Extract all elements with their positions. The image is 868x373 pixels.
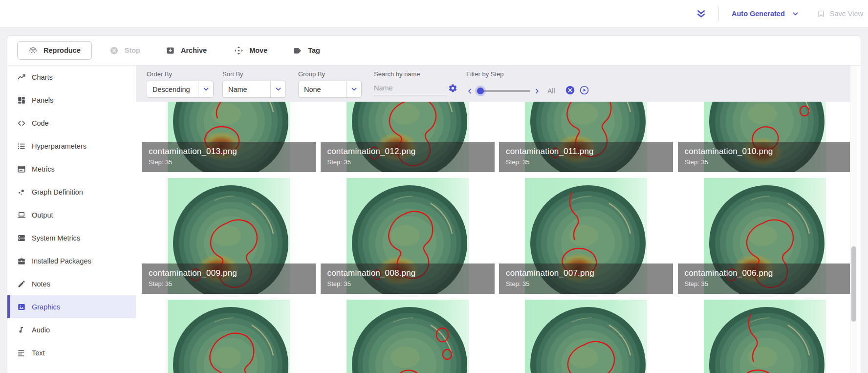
card-footer: contamination_007.pngStep: 35: [499, 263, 673, 294]
gallery-card[interactable]: [499, 300, 673, 373]
gallery-card[interactable]: [142, 300, 316, 373]
step-controls: All: [466, 85, 589, 97]
chevron-down-icon: [792, 10, 799, 18]
petri-dish-image: [347, 300, 469, 373]
sidebar-item-system-metrics[interactable]: System Metrics: [7, 226, 136, 249]
sort-by-value: Name: [223, 86, 270, 93]
image-thumbnail[interactable]: [168, 300, 290, 373]
reproduce-button[interactable]: Reproduce: [17, 41, 92, 60]
search-input[interactable]: [374, 83, 446, 95]
sort-by-label: Sort By: [222, 70, 243, 78]
sidebar-item-hyperparameters[interactable]: Hyperparameters: [7, 134, 136, 157]
sidebar-item-label: Charts: [32, 73, 53, 81]
page-background: ReproduceStopArchiveMoveTag ChartsPanels…: [0, 28, 868, 373]
group-by-select[interactable]: None: [298, 81, 362, 98]
pencil-icon: [17, 280, 26, 288]
save-view-label: Save View: [830, 10, 863, 18]
image-name: contamination_009.png: [149, 268, 316, 279]
image-step: Step: 35: [327, 280, 495, 287]
gallery-card[interactable]: contamination_009.pngStep: 35: [142, 178, 316, 294]
sidebar-item-graphics[interactable]: Graphics: [7, 295, 136, 318]
chevron-down-icon: [198, 81, 213, 97]
tag-icon: [293, 46, 302, 55]
view-selector-label: Auto Generated: [732, 10, 785, 18]
button-label: Stop: [125, 46, 140, 54]
order-by-label: Order By: [147, 70, 172, 78]
view-selector[interactable]: Auto Generated: [732, 10, 799, 18]
image-name: contamination_006.png: [685, 268, 851, 279]
sidebar-item-label: Metrics: [32, 165, 55, 173]
sidebar: ChartsPanelsCodeHyperparametersMetricsGr…: [7, 66, 136, 373]
sort-by-select[interactable]: Name: [222, 81, 286, 98]
group-by-value: None: [299, 86, 346, 93]
image-name: contamination_011.png: [506, 146, 673, 157]
image-step: Step: 35: [506, 158, 673, 166]
image-step: Step: 35: [685, 158, 851, 166]
fingerprint-icon: [28, 46, 38, 55]
order-by-select[interactable]: Descending: [147, 81, 214, 98]
play-steps-button[interactable]: [579, 85, 589, 97]
sidebar-item-charts[interactable]: Charts: [7, 66, 136, 88]
sidebar-item-panels[interactable]: Panels: [7, 88, 136, 111]
sidebar-item-label: Audio: [32, 326, 50, 334]
search-label: Search by name: [374, 70, 420, 78]
image-thumbnail[interactable]: [347, 300, 469, 373]
gallery-card[interactable]: contamination_013.pngStep: 35: [142, 102, 316, 172]
scrollbar-thumb[interactable]: [851, 246, 856, 322]
double-chevron-down-icon[interactable]: [695, 7, 708, 20]
sidebar-item-installed-packages[interactable]: Installed Packages: [7, 249, 136, 272]
sidebar-item-code[interactable]: Code: [7, 111, 136, 134]
gallery-card[interactable]: contamination_011.pngStep: 35: [499, 102, 673, 172]
chevron-right-icon[interactable]: [533, 88, 541, 95]
sidebar-item-label: System Metrics: [32, 234, 80, 242]
step-all-label: All: [547, 87, 555, 95]
gallery-card[interactable]: [321, 300, 495, 373]
gallery-card[interactable]: [678, 300, 851, 373]
image-name: contamination_012.png: [327, 146, 495, 157]
gallery-card[interactable]: contamination_006.pngStep: 35: [678, 178, 851, 294]
sidebar-item-graph-definition[interactable]: Graph Definition: [7, 180, 136, 203]
sidebar-item-metrics[interactable]: Metrics: [7, 157, 136, 180]
gallery-card[interactable]: contamination_012.pngStep: 35: [321, 102, 495, 172]
vertical-scrollbar[interactable]: [850, 66, 857, 373]
clear-step-filter-button[interactable]: [565, 85, 575, 97]
experiment-card: ReproduceStopArchiveMoveTag ChartsPanels…: [7, 35, 861, 373]
sidebar-item-label: Text: [32, 349, 45, 357]
bookmark-icon: [817, 9, 825, 18]
image-name: contamination_008.png: [327, 268, 495, 279]
archive-button[interactable]: Archive: [166, 41, 207, 60]
step-slider-thumb[interactable]: [477, 88, 484, 94]
sidebar-item-label: Graph Definition: [32, 188, 83, 196]
button-label: Tag: [308, 46, 320, 54]
move-icon: [234, 46, 243, 55]
gallery-card[interactable]: contamination_010.pngStep: 35: [678, 102, 851, 172]
panels-icon: [17, 96, 26, 105]
move-button[interactable]: Move: [234, 41, 267, 60]
sidebar-item-output[interactable]: Output: [7, 203, 136, 226]
image-thumbnail[interactable]: [704, 300, 826, 373]
gallery-card[interactable]: contamination_008.pngStep: 35: [321, 178, 495, 294]
petri-dish-image: [168, 300, 290, 373]
step-slider[interactable]: [477, 90, 530, 92]
sidebar-item-label: Output: [32, 211, 53, 219]
top-bar: Auto Generated Save View: [0, 0, 868, 28]
card-footer: contamination_013.pngStep: 35: [142, 142, 316, 172]
sidebar-item-notes[interactable]: Notes: [7, 272, 136, 295]
image-thumbnail[interactable]: [525, 300, 647, 373]
gear-icon[interactable]: [448, 84, 457, 93]
button-label: Archive: [181, 46, 207, 54]
stop-button: Stop: [109, 41, 140, 60]
save-view-button[interactable]: Save View: [817, 9, 863, 18]
card-footer: contamination_011.pngStep: 35: [499, 142, 673, 172]
briefcase-icon: [17, 257, 26, 265]
card-footer: contamination_012.pngStep: 35: [321, 142, 495, 172]
chevron-left-icon[interactable]: [466, 88, 474, 95]
sidebar-item-label: Installed Packages: [32, 257, 91, 265]
gallery-card[interactable]: contamination_007.pngStep: 35: [499, 178, 673, 294]
sidebar-item-text[interactable]: Text: [7, 341, 136, 364]
chevron-down-icon: [346, 81, 361, 97]
sidebar-item-label: Hyperparameters: [32, 142, 87, 150]
topbar-divider: [718, 6, 719, 21]
sidebar-item-audio[interactable]: Audio: [7, 318, 136, 341]
tag-button[interactable]: Tag: [293, 41, 320, 60]
